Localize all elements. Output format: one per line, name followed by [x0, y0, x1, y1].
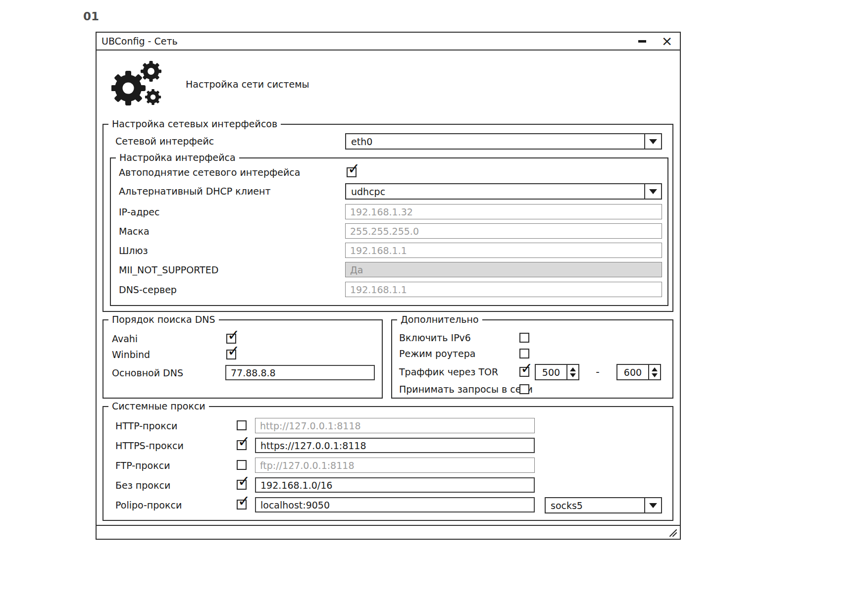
wireframe-canvas: 01 UBConfig - Сеть × — [0, 0, 868, 614]
accept-requests-label: Принимать запросы в сети — [399, 383, 533, 395]
gateway-label: Шлюз — [119, 245, 148, 256]
interface-select-button[interactable] — [644, 134, 661, 149]
tor-traffic-checkbox[interactable]: ✓ — [519, 367, 529, 377]
minimize-icon — [638, 40, 646, 43]
group-interface-settings: Настройка интерфейса Автоподнятие сетево… — [110, 157, 668, 306]
tor-port-to-spin-buttons — [648, 365, 660, 379]
winbind-checkbox[interactable]: ✓ — [226, 350, 236, 359]
close-button[interactable]: × — [661, 35, 673, 47]
avahi-label: Avahi — [112, 333, 138, 345]
https-proxy-input[interactable] — [255, 438, 535, 453]
http-proxy-checkbox[interactable] — [237, 420, 247, 430]
interface-select-value: eth0 — [346, 134, 644, 149]
http-proxy-input[interactable] — [255, 418, 535, 433]
ftp-proxy-checkbox[interactable] — [237, 460, 247, 470]
primary-dns-input[interactable] — [225, 365, 375, 380]
dialog-subtitle: Настройка сети системы — [186, 79, 309, 90]
router-mode-checkbox[interactable] — [519, 349, 529, 358]
group-system-proxies: Системные прокси HTTP-прокси HTTPS-прокс… — [102, 406, 673, 521]
window-title: UBConfig - Сеть — [102, 36, 178, 47]
tor-port-to-spinner[interactable]: 600 — [616, 364, 661, 380]
dns-server-input[interactable] — [345, 282, 662, 297]
primary-dns-label: Основной DNS — [112, 367, 183, 379]
mii-input — [345, 262, 662, 277]
window-controls: × — [636, 35, 673, 47]
tor-port-from-spinner[interactable]: 500 — [535, 364, 579, 380]
statusbar — [97, 525, 680, 539]
chevron-down-icon — [649, 189, 657, 194]
tor-port-from-value[interactable]: 500 — [536, 365, 566, 379]
group-interface-settings-title: Настройка интерфейса — [116, 152, 239, 163]
spinner-down-icon[interactable] — [570, 373, 576, 377]
no-proxy-checkbox[interactable]: ✓ — [237, 480, 247, 490]
tor-traffic-label: Траффик через TOR — [399, 366, 498, 378]
window-titlebar[interactable]: UBConfig - Сеть × — [97, 33, 680, 51]
ipv6-label: Включить IPv6 — [399, 332, 471, 344]
https-proxy-label: HTTPS-прокси — [115, 440, 184, 452]
tor-range-separator: - — [593, 366, 603, 378]
ftp-proxy-input[interactable] — [255, 458, 535, 473]
checkmark-icon: ✓ — [227, 328, 240, 343]
tor-port-from-spin-buttons — [566, 365, 578, 379]
auto-up-label: Автоподнятие сетевого интерфейса — [119, 166, 300, 178]
checkmark-icon: ✓ — [520, 361, 533, 376]
polipo-protocol-select-button[interactable] — [644, 498, 661, 512]
router-mode-label: Режим роутера — [399, 348, 475, 359]
group-additional: Дополнительно Включить IPv6 Режим роутер… — [391, 319, 673, 399]
group-dns-order: Порядок поиска DNS Avahi ✓ Winbind ✓ Осн… — [102, 319, 383, 399]
page-number: 01 — [83, 10, 99, 23]
ip-input[interactable] — [345, 204, 662, 219]
gears-icon — [111, 56, 167, 114]
spinner-up-icon[interactable] — [652, 367, 658, 371]
dhcp-client-select-button[interactable] — [644, 184, 661, 199]
group-network-interfaces: Настройка сетевых интерфейсов Сетевой ин… — [102, 124, 673, 312]
polipo-proxy-label: Polipo-прокси — [115, 499, 182, 511]
ftp-proxy-label: FTP-прокси — [115, 460, 170, 471]
polipo-protocol-select[interactable]: socks5 — [545, 497, 662, 513]
gateway-input[interactable] — [345, 243, 662, 258]
ipv6-checkbox[interactable] — [519, 333, 529, 343]
group-additional-title: Дополнительно — [397, 314, 482, 325]
minimize-button[interactable] — [636, 35, 648, 47]
dhcp-client-select[interactable]: udhcpc — [345, 183, 662, 200]
polipo-proxy-checkbox[interactable]: ✓ — [237, 500, 247, 510]
no-proxy-input[interactable] — [255, 477, 535, 493]
polipo-protocol-select-value: socks5 — [546, 498, 644, 512]
mii-label: MII_NOT_SUPPORTED — [119, 264, 218, 276]
ip-label: IP-адрес — [119, 206, 159, 218]
resize-grip-icon[interactable] — [667, 527, 677, 537]
checkmark-icon: ✓ — [348, 161, 360, 176]
mask-input[interactable] — [345, 223, 662, 239]
accept-requests-checkbox[interactable] — [519, 384, 529, 394]
https-proxy-checkbox[interactable]: ✓ — [237, 440, 247, 450]
group-dns-order-title: Порядок поиска DNS — [108, 314, 219, 325]
mask-label: Маска — [119, 225, 150, 237]
dhcp-client-label: Альтернативный DHCP клиент — [119, 185, 270, 197]
interface-select[interactable]: eth0 — [345, 133, 662, 150]
auto-up-checkbox[interactable]: ✓ — [347, 167, 357, 177]
group-system-proxies-title: Системные прокси — [108, 401, 209, 411]
no-proxy-label: Без прокси — [115, 479, 170, 491]
dhcp-client-select-value: udhcpc — [346, 184, 644, 199]
winbind-label: Winbind — [112, 349, 150, 360]
close-icon: × — [662, 35, 673, 47]
ubconfig-window: UBConfig - Сеть × — [96, 32, 681, 540]
spinner-down-icon[interactable] — [652, 373, 658, 377]
tor-port-to-value[interactable]: 600 — [617, 365, 648, 379]
chevron-down-icon — [649, 139, 657, 144]
checkmark-icon: ✓ — [238, 474, 250, 489]
polipo-proxy-input[interactable] — [255, 497, 535, 512]
dns-server-label: DNS-сервер — [119, 284, 177, 296]
spinner-up-icon[interactable] — [570, 367, 576, 371]
http-proxy-label: HTTP-прокси — [115, 420, 177, 432]
checkmark-icon: ✓ — [238, 494, 250, 509]
chevron-down-icon — [649, 503, 657, 508]
checkmark-icon: ✓ — [238, 434, 250, 449]
group-network-interfaces-title: Настройка сетевых интерфейсов — [108, 118, 281, 129]
interface-label: Сетевой интерфейс — [115, 135, 214, 147]
checkmark-icon: ✓ — [227, 344, 240, 358]
